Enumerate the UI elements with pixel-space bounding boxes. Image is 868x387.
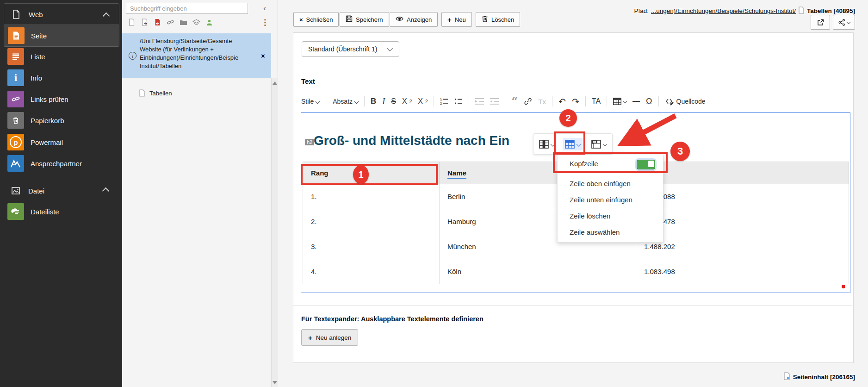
page-red-arrow-icon[interactable]: [154, 19, 161, 26]
sidebar-item-web[interactable]: Web: [4, 3, 119, 25]
pagetree-selected-node[interactable]: i /Uni Flensburg/Startseite/Gesamte Webs…: [122, 33, 271, 78]
sidebar-item-papierkorb[interactable]: Papierkorb: [4, 110, 118, 131]
sidebar-item-label: Papierkorb: [31, 117, 64, 125]
menu-item-row-select[interactable]: Zeile auswählen: [558, 224, 663, 240]
blockquote-button[interactable]: “: [511, 99, 518, 104]
open-in-new-window-button[interactable]: [811, 15, 830, 30]
collapse-tree-button[interactable]: ‹: [259, 4, 270, 13]
chevron-up-icon: [103, 12, 110, 20]
scroll-down-icon[interactable]: [273, 381, 277, 384]
search-input[interactable]: [126, 3, 248, 14]
sidebar-item-info[interactable]: i Info: [4, 67, 118, 88]
cell-rank[interactable]: 3.: [303, 234, 440, 259]
share-button[interactable]: [833, 15, 855, 30]
remove-format-button[interactable]: Tx: [538, 98, 546, 106]
path-label: Pfad:: [634, 7, 649, 14]
subscript-button[interactable]: X2: [402, 97, 412, 106]
sidebar-item-label: Ansprechpartner: [31, 160, 82, 168]
table-header-col3[interactable]: [636, 162, 849, 184]
bold-button[interactable]: B: [371, 97, 376, 106]
ordered-list-button[interactable]: 12: [440, 98, 448, 105]
close-record-button[interactable]: × Schließen: [293, 12, 339, 27]
record-label: Seiteninhalt [206165]: [793, 374, 855, 381]
select-value: Standard (Überschrift 1): [308, 45, 377, 53]
cell-value[interactable]: 1.841.478: [636, 209, 849, 234]
menu-item-row-insert-below[interactable]: Zeile unten einfügen: [558, 192, 663, 208]
pagetree-node-tabellen[interactable]: Tabellen: [122, 86, 271, 100]
paragraph-format-dropdown[interactable]: Absatz: [333, 98, 358, 105]
typo3-backend: Web Seite Liste i Info Links prüfen: [0, 0, 868, 387]
source-code-button[interactable]: Quellcode: [665, 97, 706, 106]
close-icon[interactable]: ×: [261, 52, 265, 60]
view-button[interactable]: Anzeigen: [390, 12, 438, 27]
cell-value[interactable]: 1.488.202: [636, 234, 849, 259]
page-content-record-badge: Seiteninhalt [206165]: [783, 372, 855, 381]
cell-rank[interactable]: 2.: [303, 209, 440, 234]
outdent-button[interactable]: [490, 98, 499, 105]
page-icon: [798, 6, 805, 15]
bulleted-list-button[interactable]: [454, 98, 463, 105]
insert-link-button[interactable]: [524, 97, 532, 106]
undo-button[interactable]: ↶: [558, 96, 566, 107]
new-page-icon[interactable]: [128, 19, 136, 26]
cell-value[interactable]: 1.083.498: [636, 259, 849, 284]
sidebar-item-ansprechpartner[interactable]: Ansprechpartner: [4, 153, 118, 174]
chevron-up-icon: [102, 187, 110, 195]
strikethrough-button[interactable]: S: [391, 97, 396, 106]
info-circle-icon: i: [129, 52, 136, 60]
special-character-button[interactable]: Ω: [646, 97, 652, 106]
cell-value[interactable]: 3.645.088: [636, 184, 849, 209]
sidebar-item-seite[interactable]: Seite: [4, 25, 119, 47]
tree-more-options-icon[interactable]: ⋮: [261, 18, 269, 27]
path-link[interactable]: ...ungen)/Einrichtungen/Beispiele/Schulu…: [651, 7, 796, 14]
sidebar-item-powermail[interactable]: p Powermail: [4, 131, 118, 153]
save-button[interactable]: Speichern: [340, 12, 389, 27]
table-row[interactable]: 4. Köln 1.083.498: [303, 259, 849, 284]
cell-name[interactable]: Köln: [440, 259, 636, 284]
new-button[interactable]: + Neu: [441, 12, 472, 27]
content-heading[interactable]: Groß- und Mittelstädte nach Ein: [314, 133, 509, 148]
pagetree-panel: ‹ ⋮ i: [122, 0, 278, 387]
page-with-arrow-icon[interactable]: [141, 19, 149, 26]
sidebar-item-links-pruefen[interactable]: Links prüfen: [4, 88, 118, 110]
folder-icon[interactable]: [180, 19, 187, 26]
table-cell-button[interactable]: [589, 138, 609, 150]
cell-rank[interactable]: 4.: [303, 259, 440, 284]
horizontal-rule-button[interactable]: —: [632, 97, 640, 106]
menu-item-row-insert-above[interactable]: Zeile oben einfügen: [558, 175, 663, 192]
tree-scrollbar[interactable]: [271, 78, 278, 387]
scroll-up-icon[interactable]: [273, 81, 277, 85]
annotation-box-kopfzeile: [553, 152, 668, 173]
cell-rank[interactable]: 1.: [303, 184, 440, 209]
sidebar-item-datei[interactable]: Datei: [4, 180, 118, 201]
insert-table-button[interactable]: [613, 98, 626, 105]
delete-button[interactable]: Löschen: [476, 12, 520, 27]
redo-button[interactable]: ↷: [572, 96, 579, 107]
sidebar-item-label: Seite: [31, 32, 47, 40]
content-type-select[interactable]: Standard (Überschrift 1): [302, 41, 399, 57]
link-icon[interactable]: [167, 19, 174, 26]
sidebar-item-label: Liste: [31, 53, 45, 61]
new-expander-button[interactable]: + Neu anlegen: [301, 329, 358, 346]
abbreviation-button[interactable]: TA: [592, 97, 601, 106]
styles-dropdown[interactable]: Stile: [301, 98, 319, 105]
ansprechpartner-icon: [7, 155, 24, 172]
sidebar-item-liste[interactable]: Liste: [4, 46, 118, 67]
sidebar-item-dateiliste[interactable]: Dateiliste: [4, 201, 118, 222]
dateiliste-icon: [7, 203, 24, 220]
italic-button[interactable]: I: [382, 97, 385, 106]
sidebar-item-label: Datei: [28, 187, 44, 195]
datei-image-icon: [10, 185, 22, 197]
content-element-icon: [783, 372, 790, 381]
link-check-icon: [7, 91, 24, 107]
heading-tag-badge: h2: [305, 139, 314, 145]
superscript-button[interactable]: X2: [418, 97, 428, 106]
button-label: Schließen: [306, 16, 333, 23]
user-icon[interactable]: [205, 19, 213, 26]
save-icon: [346, 15, 353, 24]
indent-button[interactable]: [475, 98, 484, 105]
menu-item-row-delete[interactable]: Zeile löschen: [558, 208, 663, 224]
graduation-cap-icon[interactable]: [192, 19, 200, 26]
pagetree-toolbar: [128, 18, 213, 27]
plus-icon: +: [308, 334, 312, 342]
